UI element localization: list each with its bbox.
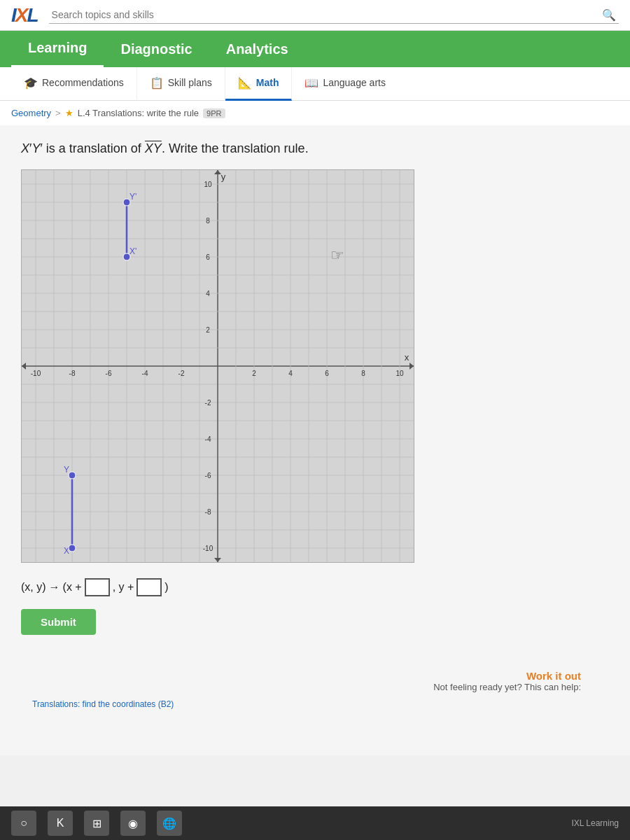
svg-text:8: 8 <box>361 370 365 377</box>
work-out-title: Work it out <box>21 670 581 682</box>
bottom-link-text: Translations: find the coordinates (B2) <box>32 699 174 709</box>
formula-part1: (x + <box>63 581 82 594</box>
breadcrumb-badge: 9PR <box>203 108 225 118</box>
search-input[interactable] <box>52 9 596 20</box>
svg-text:6: 6 <box>206 253 210 261</box>
svg-point-77 <box>123 253 130 260</box>
breadcrumb-star: ★ <box>65 108 74 118</box>
problem-statement: X′Y′ is a translation of XY. Write the t… <box>21 139 609 158</box>
search-icon[interactable]: 🔍 <box>602 8 616 22</box>
svg-text:y: y <box>221 172 226 182</box>
svg-text:8: 8 <box>206 217 210 225</box>
svg-text:10: 10 <box>204 181 212 188</box>
nav-item-analytics[interactable]: Analytics <box>209 31 305 67</box>
breadcrumb-label: L.4 Translations: write the rule <box>78 108 199 118</box>
subnav-recommendations[interactable]: 🎓 Recommendations <box>11 67 137 101</box>
svg-text:-6: -6 <box>106 370 112 377</box>
svg-text:Y': Y' <box>130 192 136 202</box>
taskbar: ○ K ⊞ ◉ 🌐 IXL Learning <box>0 806 630 840</box>
formula-row: (x, y) → (x + , y + ) <box>21 578 609 596</box>
submit-button[interactable]: Submit <box>21 609 96 635</box>
svg-text:-8: -8 <box>69 370 76 377</box>
svg-text:4: 4 <box>288 370 293 377</box>
work-out-section: Work it out Not feeling ready yet? This … <box>21 670 609 692</box>
taskbar-globe[interactable]: 🌐 <box>157 811 182 836</box>
svg-text:-4: -4 <box>142 370 148 377</box>
svg-text:-6: -6 <box>205 472 211 479</box>
subnav-language-arts[interactable]: 📖 Language arts <box>292 67 398 101</box>
svg-text:-2: -2 <box>178 370 185 377</box>
svg-text:6: 6 <box>325 370 329 377</box>
formula-part3: ) <box>164 581 168 594</box>
svg-text:-10: -10 <box>31 370 41 377</box>
nav-item-learning[interactable]: Learning <box>11 31 104 67</box>
nav-item-diagnostic[interactable]: Diagnostic <box>104 31 209 67</box>
taskbar-ixl-label: IXL Learning <box>571 818 619 828</box>
nav-bar: Learning Diagnostic Analytics <box>0 31 630 67</box>
grid-svg: -10-10-8-8-6-6-4-4-2-2224466881010xyY'X'… <box>22 170 414 562</box>
subnav-language-arts-label: Language arts <box>323 77 386 88</box>
svg-text:-10: -10 <box>203 545 214 552</box>
language-arts-icon: 📖 <box>304 76 318 90</box>
svg-text:2: 2 <box>252 370 256 377</box>
subnav-math[interactable]: 📐 Math <box>225 67 293 101</box>
taskbar-k[interactable]: K <box>48 811 73 836</box>
breadcrumb: Geometry > ★ L.4 Translations: write the… <box>0 101 630 125</box>
svg-text:☞: ☞ <box>330 246 344 264</box>
ixl-logo[interactable]: IXL <box>11 4 38 27</box>
search-bar-container: 🔍 <box>49 7 619 24</box>
main-content: X′Y′ is a translation of XY. Write the t… <box>0 125 630 755</box>
taskbar-windows[interactable]: ⊞ <box>84 811 109 836</box>
svg-text:x: x <box>405 352 410 363</box>
subnav-recommendations-label: Recommendations <box>42 77 124 88</box>
svg-text:10: 10 <box>396 370 404 377</box>
svg-text:X': X' <box>130 246 136 256</box>
formula-prefix: (x, y) <box>21 581 46 594</box>
taskbar-start[interactable]: ○ <box>11 811 36 836</box>
svg-text:-8: -8 <box>205 508 211 516</box>
formula-input-y[interactable] <box>136 578 162 596</box>
top-bar: IXL 🔍 <box>0 0 630 31</box>
svg-point-78 <box>69 472 76 479</box>
svg-point-79 <box>69 545 76 552</box>
formula-arrow: → <box>49 581 60 594</box>
formula-part2: , y + <box>113 581 134 594</box>
subnav-math-label: Math <box>256 77 279 88</box>
svg-point-76 <box>123 199 130 206</box>
breadcrumb-separator: > <box>55 108 61 118</box>
subnav-skillplans[interactable]: 📋 Skill plans <box>137 67 225 101</box>
work-out-subtitle: Not feeling ready yet? This can help: <box>21 682 581 692</box>
svg-text:2: 2 <box>206 326 210 334</box>
sub-nav: 🎓 Recommendations 📋 Skill plans 📐 Math 📖… <box>0 67 630 101</box>
recommendations-icon: 🎓 <box>24 76 38 90</box>
formula-input-x[interactable] <box>85 578 110 596</box>
taskbar-browser[interactable]: ◉ <box>120 811 146 836</box>
math-icon: 📐 <box>238 76 252 90</box>
skillplans-icon: 📋 <box>150 76 164 90</box>
subnav-skillplans-label: Skill plans <box>168 77 212 88</box>
svg-text:Y: Y <box>64 465 69 475</box>
breadcrumb-parent[interactable]: Geometry <box>11 108 51 118</box>
svg-text:-4: -4 <box>205 435 211 443</box>
coordinate-graph: -10-10-8-8-6-6-4-4-2-2224466881010xyY'X'… <box>21 169 414 563</box>
svg-text:-2: -2 <box>205 399 211 407</box>
svg-text:4: 4 <box>206 290 210 298</box>
bottom-help-link[interactable]: Translations: find the coordinates (B2) <box>21 699 609 715</box>
